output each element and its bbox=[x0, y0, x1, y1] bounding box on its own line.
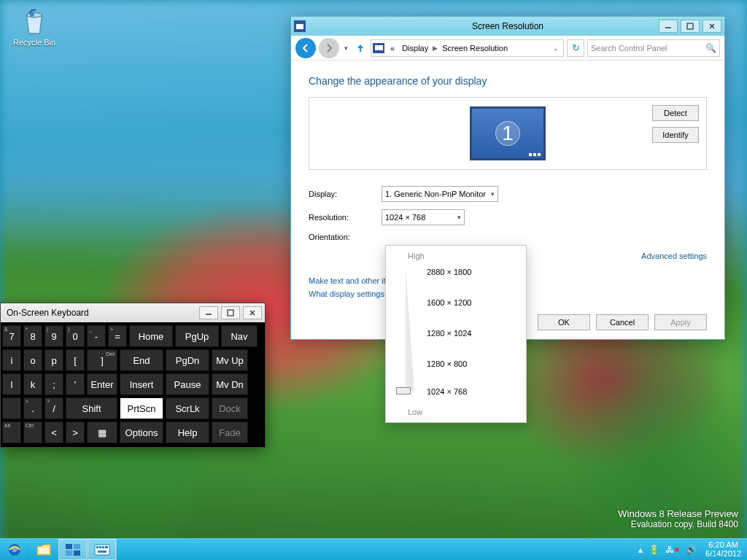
key-options[interactable]: Options bbox=[120, 421, 163, 443]
key-mvup[interactable]: Mv Up bbox=[212, 349, 248, 371]
res-option-3[interactable]: 1280 × 800 bbox=[427, 359, 467, 368]
key-home[interactable]: Home bbox=[129, 325, 173, 347]
key-fade[interactable]: Fade bbox=[212, 421, 248, 443]
key-[interactable]: Ctrl bbox=[23, 421, 42, 443]
res-option-0[interactable]: 2880 × 1800 bbox=[427, 268, 471, 276]
display-label: Display: bbox=[309, 190, 382, 198]
key-enter[interactable]: Enter bbox=[87, 373, 117, 395]
key-[interactable] bbox=[2, 397, 21, 419]
osk-title: On-Screen Keyboard bbox=[7, 308, 89, 318]
key-i[interactable]: i bbox=[2, 349, 21, 371]
svg-rect-9 bbox=[66, 544, 72, 549]
volume-icon[interactable]: 🔊 bbox=[684, 545, 698, 555]
key-[interactable]: .> bbox=[23, 397, 42, 419]
key-[interactable]: -_ bbox=[87, 325, 106, 347]
taskbar-osk[interactable] bbox=[88, 539, 117, 560]
osk-minimize-button[interactable] bbox=[199, 306, 218, 319]
key-shift[interactable]: Shift bbox=[66, 397, 117, 419]
key-l[interactable]: l bbox=[2, 373, 21, 395]
advanced-settings-link[interactable]: Advanced settings bbox=[641, 252, 707, 260]
key-pause[interactable]: Pause bbox=[166, 373, 209, 395]
svg-rect-12 bbox=[74, 551, 80, 556]
key-[interactable]: =+ bbox=[108, 325, 127, 347]
key-nav[interactable]: Nav bbox=[221, 325, 258, 347]
key-[interactable]: ' bbox=[66, 373, 85, 395]
key-[interactable]: < bbox=[44, 421, 63, 443]
key-prtscn[interactable]: PrtScn bbox=[120, 397, 163, 419]
key-pgup[interactable]: PgUp bbox=[175, 325, 219, 347]
breadcrumb[interactable]: « Display ▶ Screen Resolution ⌄ bbox=[371, 39, 564, 57]
key-7[interactable]: 7& bbox=[2, 325, 21, 347]
svg-rect-14 bbox=[96, 546, 98, 548]
watermark: Windows 8 Release Preview Evaluation cop… bbox=[618, 508, 738, 529]
key-[interactable]: /? bbox=[44, 397, 63, 419]
key-k[interactable]: k bbox=[23, 373, 42, 395]
key-0[interactable]: 0) bbox=[66, 325, 85, 347]
res-option-1[interactable]: 1600 × 1200 bbox=[427, 298, 471, 307]
key-[interactable]: ; bbox=[44, 373, 63, 395]
key-insert[interactable]: Insert bbox=[120, 373, 163, 395]
minimize-button[interactable] bbox=[659, 20, 678, 33]
svg-rect-3 bbox=[687, 23, 693, 29]
detect-button[interactable]: Detect bbox=[652, 105, 699, 121]
key-pgdn[interactable]: PgDn bbox=[166, 349, 209, 371]
key-[interactable]: [ bbox=[66, 349, 85, 371]
breadcrumb-display[interactable]: Display bbox=[399, 44, 431, 52]
maximize-button[interactable] bbox=[681, 20, 700, 33]
key-p[interactable]: p bbox=[44, 349, 63, 371]
monitor-1[interactable]: 1 bbox=[470, 106, 546, 160]
forward-button[interactable] bbox=[319, 38, 339, 58]
system-tray[interactable]: ▴ 🔋 🖧✖ 🔊 bbox=[635, 539, 700, 560]
svg-rect-10 bbox=[74, 544, 80, 549]
ok-button[interactable]: OK bbox=[538, 314, 590, 330]
titlebar[interactable]: Screen Resolution bbox=[291, 17, 724, 36]
taskbar-control-panel[interactable] bbox=[58, 539, 88, 560]
breadcrumb-dropdown[interactable]: ⌄ bbox=[550, 44, 562, 52]
key-end[interactable]: End bbox=[120, 349, 163, 371]
key-help[interactable]: Help bbox=[166, 421, 209, 443]
resolution-slider-track[interactable] bbox=[403, 268, 417, 394]
breadcrumb-root-icon bbox=[373, 43, 384, 53]
battery-icon[interactable]: 🔋 bbox=[647, 545, 661, 555]
key-scrlk[interactable]: ScrLk bbox=[166, 397, 209, 419]
network-icon[interactable]: 🖧✖ bbox=[664, 545, 681, 555]
cancel-button[interactable]: Cancel bbox=[596, 314, 649, 330]
history-dropdown[interactable]: ▾ bbox=[342, 44, 350, 52]
res-option-4[interactable]: 747 × 560 bbox=[427, 387, 467, 396]
key-o[interactable]: o bbox=[23, 349, 42, 371]
osk-maximize-button[interactable] bbox=[221, 306, 240, 319]
key-[interactable]: Alt bbox=[2, 421, 21, 443]
svg-rect-11 bbox=[66, 551, 72, 556]
resolution-slider-thumb[interactable] bbox=[396, 387, 411, 394]
key-[interactable]: > bbox=[66, 421, 85, 443]
refresh-button[interactable]: ↻ bbox=[567, 39, 584, 57]
osk-close-button[interactable] bbox=[243, 306, 262, 319]
tray-chevron-icon[interactable]: ▴ bbox=[637, 545, 644, 555]
key-9[interactable]: 9( bbox=[44, 325, 63, 347]
osk-body: 7&8*9(0)-_=+HomePgUpNav iop[]DelEndPgDnM… bbox=[1, 322, 265, 447]
recycle-bin[interactable]: Recycle Bin bbox=[9, 6, 60, 47]
breadcrumb-screenres[interactable]: Screen Resolution bbox=[439, 44, 511, 52]
svg-rect-15 bbox=[99, 546, 101, 548]
taskbar-explorer[interactable] bbox=[29, 539, 58, 560]
key-[interactable]: ]Del bbox=[87, 349, 117, 371]
nav-row: ▾ « Display ▶ Screen Resolution ⌄ ↻ Sear… bbox=[291, 36, 724, 61]
key-dock[interactable]: Dock bbox=[212, 397, 248, 419]
taskbar-clock[interactable]: 6:20 AM 6/14/2012 bbox=[700, 539, 747, 560]
back-button[interactable] bbox=[295, 38, 316, 58]
key-8[interactable]: 8* bbox=[23, 325, 42, 347]
key-mvdn[interactable]: Mv Dn bbox=[212, 373, 248, 395]
res-option-2[interactable]: 1280 × 1024 bbox=[427, 329, 471, 338]
taskbar-ie[interactable] bbox=[0, 539, 29, 560]
display-select[interactable]: 1. Generic Non-PnP Monitor bbox=[382, 186, 498, 202]
close-button[interactable] bbox=[703, 20, 721, 33]
on-screen-keyboard: On-Screen Keyboard 7&8*9(0)-_=+HomePgUpN… bbox=[0, 303, 266, 448]
search-input[interactable]: Search Control Panel 🔍 bbox=[587, 39, 720, 57]
svg-point-0 bbox=[27, 12, 42, 17]
apply-button[interactable]: Apply bbox=[654, 314, 707, 330]
identify-button[interactable]: Identify bbox=[652, 127, 699, 143]
osk-titlebar[interactable]: On-Screen Keyboard bbox=[1, 303, 265, 322]
up-button[interactable] bbox=[353, 41, 368, 55]
key-[interactable]: ▦ bbox=[87, 421, 117, 443]
resolution-select[interactable]: 747 × 560 bbox=[382, 209, 465, 225]
